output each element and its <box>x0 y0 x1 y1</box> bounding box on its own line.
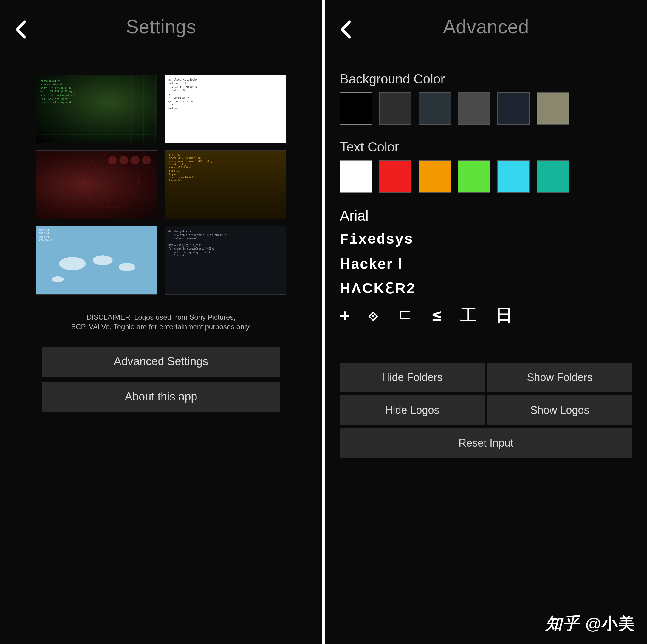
settings-buttons: Advanced Settings About this app <box>42 347 280 412</box>
advanced-panel: Advanced Background Color Text Color Ari… <box>325 0 647 644</box>
background-swatch[interactable] <box>419 92 451 125</box>
font-option-hacker2[interactable]: HΛCKƐR2 <box>340 280 632 296</box>
show-folders-button[interactable]: Show Folders <box>488 363 632 392</box>
background-swatch[interactable] <box>537 92 569 125</box>
text-swatch[interactable] <box>379 160 412 193</box>
background-swatch[interactable] <box>497 92 529 125</box>
zhihu-logo-icon: 知乎 <box>545 613 580 635</box>
hide-logos-button[interactable]: Hide Logos <box>340 396 485 425</box>
background-color-row <box>340 92 632 125</box>
font-option-matrix[interactable]: + ⟐ ㄷ ≤ 工 日 <box>340 304 632 327</box>
font-option-fixedsys[interactable]: Fixedsys <box>340 232 632 248</box>
font-list: ArialFixedsysHacker lHΛCKƐR2+ ⟐ ㄷ ≤ 工 日 <box>340 208 632 327</box>
chevron-left-icon <box>15 20 26 39</box>
background-swatch[interactable] <box>379 92 412 125</box>
watermark: 知乎 @小美 <box>545 613 635 635</box>
theme-orange-terminal[interactable]: $ ls -la drwxr-xr-x 5 user 160 . -rw-r--… <box>164 150 286 219</box>
text-swatch[interactable] <box>537 160 569 193</box>
disclaimer-text: DISCLAIMER: Logos used from Sony Picture… <box>36 312 286 332</box>
theme-green-map[interactable]: root@kali:~# > scan network host 192.168… <box>36 75 157 143</box>
background-swatch[interactable] <box>340 92 372 125</box>
show-logos-button[interactable]: Show Logos <box>488 396 632 425</box>
text-swatch[interactable] <box>458 160 490 193</box>
theme-grid: root@kali:~# > scan network host 192.168… <box>36 75 286 295</box>
background-swatch[interactable] <box>458 92 490 125</box>
advanced-settings-button[interactable]: Advanced Settings <box>42 347 280 376</box>
advanced-header: Advanced <box>325 0 647 54</box>
theme-red-hud[interactable] <box>36 150 157 219</box>
watermark-text: @小美 <box>585 613 635 635</box>
settings-header: Settings <box>0 0 322 54</box>
advanced-title: Advanced <box>325 16 647 38</box>
advanced-button-grid: Hide Folders Show Folders Hide Logos Sho… <box>340 363 632 458</box>
text-swatch[interactable] <box>497 160 529 193</box>
back-button[interactable] <box>340 20 351 39</box>
hide-folders-button[interactable]: Hide Folders <box>340 363 485 392</box>
text-swatch[interactable] <box>340 160 372 193</box>
back-button[interactable] <box>15 20 26 39</box>
text-swatch[interactable] <box>419 160 451 193</box>
theme-white-terminal[interactable]: #include <stdio.h> int main(){ printf("h… <box>164 75 286 143</box>
text-color-row <box>340 160 632 193</box>
font-option-arial[interactable]: Arial <box>340 208 632 224</box>
theme-dark-terminal[interactable]: def decrypt(k, c): s = bytes(a ^ b for a… <box>164 226 286 295</box>
font-option-hacker1[interactable]: Hacker l <box>340 255 632 273</box>
theme-blue-map[interactable]: NODE 01 NODE 02 NODE 03 UPLINK OK <box>36 226 157 295</box>
chevron-left-icon <box>340 20 351 39</box>
reset-input-button[interactable]: Reset Input <box>340 428 632 458</box>
background-color-label: Background Color <box>340 72 632 86</box>
text-color-label: Text Color <box>340 140 632 154</box>
settings-title: Settings <box>0 16 322 38</box>
about-app-button[interactable]: About this app <box>42 382 280 412</box>
settings-panel: Settings root@kali:~# > scan network hos… <box>0 0 322 644</box>
